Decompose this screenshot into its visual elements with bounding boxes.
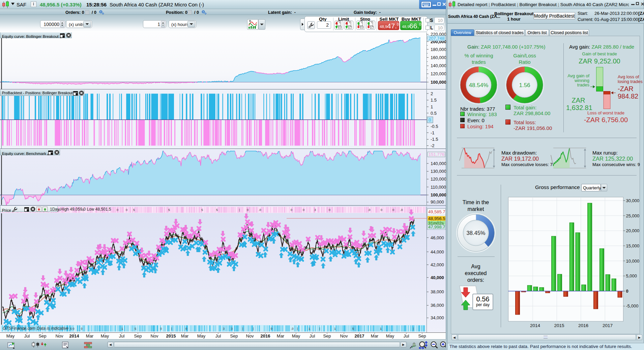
svg-text:40,000: 40,000 bbox=[431, 275, 444, 280]
svg-text:47,998.7: 47,998.7 bbox=[428, 224, 445, 230]
svg-text:Mar: Mar bbox=[371, 333, 379, 339]
svg-text:36,000: 36,000 bbox=[431, 303, 444, 308]
svg-text:0: 0 bbox=[291, 208, 292, 212]
svg-text:Nov: Nov bbox=[55, 333, 63, 339]
svg-text:46,000: 46,000 bbox=[431, 235, 444, 240]
svg-text:140,000: 140,000 bbox=[431, 161, 446, 166]
svg-text:.0: .0 bbox=[400, 208, 403, 212]
svg-text:160,000: 160,000 bbox=[431, 55, 446, 60]
svg-text:0: 0 bbox=[247, 208, 248, 212]
svg-text:0: 0 bbox=[329, 208, 330, 212]
svg-text:Sep: Sep bbox=[323, 333, 331, 339]
svg-text:3: 3 bbox=[223, 327, 225, 330]
svg-text:1: 1 bbox=[431, 104, 433, 109]
svg-text:|: | bbox=[239, 208, 240, 212]
svg-text:180,000: 180,000 bbox=[431, 47, 446, 52]
svg-text:44,000: 44,000 bbox=[431, 249, 444, 254]
svg-text:Nov: Nov bbox=[246, 333, 254, 339]
svg-text:Jul: Jul bbox=[119, 333, 125, 339]
svg-text:|: | bbox=[171, 327, 172, 330]
svg-text:3: 3 bbox=[231, 327, 233, 330]
svg-text:5 0: 5 0 bbox=[70, 327, 75, 330]
svg-text:34,000: 34,000 bbox=[431, 315, 444, 320]
svg-text:5: 5 bbox=[216, 208, 218, 212]
svg-text:|: | bbox=[413, 327, 414, 330]
svg-text:1: 1 bbox=[121, 327, 123, 330]
svg-text:0: 0 bbox=[381, 208, 382, 212]
svg-text:42,000: 42,000 bbox=[431, 262, 444, 267]
svg-text:|: | bbox=[242, 327, 243, 330]
svg-text:Sep: Sep bbox=[134, 333, 142, 339]
svg-text:2017: 2017 bbox=[355, 333, 364, 339]
svg-text:Sep: Sep bbox=[418, 333, 426, 339]
svg-text:|: | bbox=[253, 327, 254, 330]
svg-text:-1: -1 bbox=[431, 130, 435, 135]
svg-text:.0: .0 bbox=[291, 327, 294, 330]
svg-text:0.5: 0.5 bbox=[431, 111, 437, 116]
svg-text:May: May bbox=[101, 333, 109, 339]
svg-text:3: 3 bbox=[314, 208, 316, 212]
svg-text:2015: 2015 bbox=[166, 333, 176, 339]
svg-text:100,000: 100,000 bbox=[431, 80, 446, 85]
svg-text:1.5: 1.5 bbox=[431, 98, 437, 103]
svg-text:5: 5 bbox=[133, 208, 135, 212]
svg-text:140,000: 140,000 bbox=[431, 63, 446, 68]
svg-text:0: 0 bbox=[392, 208, 394, 212]
svg-text:38,000: 38,000 bbox=[431, 289, 444, 294]
svg-text:|: | bbox=[319, 327, 320, 330]
svg-text:Nov: Nov bbox=[340, 333, 348, 339]
svg-text:0: 0 bbox=[126, 208, 127, 212]
svg-text:120,000: 120,000 bbox=[431, 71, 446, 76]
svg-text:Sep: Sep bbox=[230, 333, 238, 339]
svg-text:100,000: 100,000 bbox=[431, 192, 446, 197]
svg-text:.0: .0 bbox=[368, 208, 371, 212]
svg-text:5: 5 bbox=[201, 208, 203, 212]
svg-text:0: 0 bbox=[160, 327, 162, 330]
svg-text:-0.5: -0.5 bbox=[431, 124, 438, 129]
svg-text:1: 1 bbox=[380, 327, 382, 330]
svg-text:48,956.5: 48,956.5 bbox=[428, 216, 445, 221]
svg-text:207,748: 207,748 bbox=[429, 36, 444, 41]
svg-text:Jul: Jul bbox=[215, 333, 221, 339]
svg-text:5: 5 bbox=[135, 327, 136, 330]
svg-text:90,000: 90,000 bbox=[431, 199, 444, 205]
svg-text:0: 0 bbox=[429, 117, 431, 123]
svg-text:49,585.7: 49,585.7 bbox=[428, 209, 445, 214]
svg-text:0: 0 bbox=[185, 327, 187, 330]
svg-text:Jul: Jul bbox=[24, 333, 30, 339]
svg-text:Mar: Mar bbox=[181, 333, 189, 339]
svg-text:May: May bbox=[292, 333, 300, 339]
svg-text:May: May bbox=[386, 333, 394, 339]
svg-text:Jul: Jul bbox=[404, 333, 409, 339]
svg-text:Sep: Sep bbox=[38, 333, 46, 339]
svg-text:2016: 2016 bbox=[261, 333, 270, 339]
svg-text:Mar: Mar bbox=[86, 333, 94, 339]
svg-text:Nov: Nov bbox=[150, 333, 158, 339]
svg-text:0: 0 bbox=[271, 327, 272, 330]
svg-text:-1.5: -1.5 bbox=[431, 137, 438, 142]
svg-text:May: May bbox=[197, 333, 206, 339]
svg-text:110,000: 110,000 bbox=[431, 185, 446, 190]
svg-text:130,000: 130,000 bbox=[431, 169, 446, 174]
svg-text:Mar: Mar bbox=[277, 333, 285, 339]
svg-text:May: May bbox=[6, 333, 15, 339]
svg-text:2014: 2014 bbox=[69, 333, 80, 339]
svg-text:5: 5 bbox=[352, 327, 354, 330]
svg-text:Jul: Jul bbox=[310, 333, 315, 339]
svg-text:5: 5 bbox=[168, 208, 170, 212]
svg-text:1: 1 bbox=[309, 327, 310, 330]
svg-text:0: 0 bbox=[81, 327, 83, 330]
svg-text:2: 2 bbox=[431, 91, 433, 96]
svg-text:120,000: 120,000 bbox=[431, 177, 446, 182]
svg-text:-2: -2 bbox=[431, 143, 435, 148]
svg-text:151,776: 151,776 bbox=[429, 152, 444, 157]
svg-text:GTSFinance.com Data is indica: GTSFinance.com Data is indicative bbox=[3, 326, 68, 331]
svg-text:0: 0 bbox=[303, 208, 304, 212]
svg-text:0: 0 bbox=[117, 208, 118, 212]
svg-text:1: 1 bbox=[334, 327, 336, 330]
svg-text:.0: .0 bbox=[259, 208, 261, 212]
svg-text:|: | bbox=[297, 327, 298, 330]
